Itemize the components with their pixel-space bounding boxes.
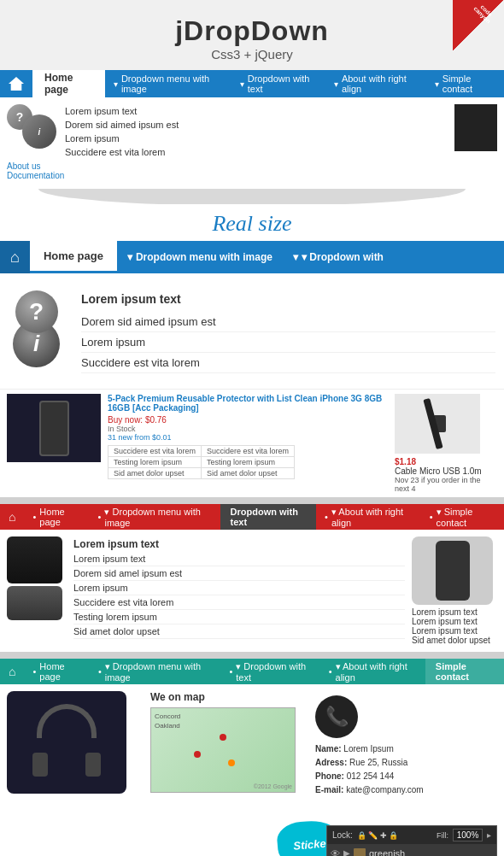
phone-thumb-red	[7, 536, 62, 583]
nav-item-text-large[interactable]: ▾ Dropdown with	[283, 241, 394, 273]
nav-label: Home page	[44, 72, 93, 96]
cable-product: $1.18 Cable Micro USB 1.0m Nov 23 if you…	[395, 394, 497, 493]
product-title: 5-Pack Premium Reusable Protector with L…	[108, 394, 388, 413]
real-size-text: Real size	[212, 211, 291, 236]
right-col-text: Lorem ipsum text Lorem ipsum text Lorem …	[412, 607, 497, 645]
dd-item-large: Lorem ipsum	[81, 332, 495, 353]
product-image-large	[7, 394, 101, 462]
teal-content-area: We on map Concord Oakland ©2012 Google 📞…	[0, 684, 504, 808]
address-label: Adress:	[315, 758, 347, 767]
nav-item-dropdown-teal[interactable]: ▾ Dropdown menu with image	[90, 659, 221, 684]
map-labels: Concord Oakland	[151, 708, 295, 734]
headphone-band	[37, 704, 97, 738]
bonus-section: BONUS! PSD FILES & STICKERS! Sticker Sti…	[0, 808, 504, 856]
nav-item-dropdown-small[interactable]: Dropdown menu with image	[105, 70, 231, 97]
nav-item-contact-teal[interactable]: Simple contact	[425, 659, 504, 684]
product-stock: In Stock	[108, 425, 388, 433]
right-dd-item: Lorem ipsum text	[412, 617, 497, 626]
email-label: E-mail:	[315, 785, 343, 794]
real-size-label: Real size	[0, 204, 504, 241]
nav-home-red[interactable]: ⌂	[0, 504, 24, 530]
fill-input[interactable]	[453, 829, 483, 841]
large-dropdown-area: ? i Lorem ipsum text Dorem sid aimed ips…	[0, 273, 504, 389]
red-dd-title: Lorem ipsum text	[73, 536, 405, 552]
nav-item-text-active-red[interactable]: Dropdown with text	[220, 504, 317, 530]
dd-item: Lorem ipsum	[65, 132, 448, 145]
ps-layer-row[interactable]: 👁 ▶ greenish	[327, 844, 496, 856]
sticker-label: Sticker	[293, 836, 331, 853]
about-link[interactable]: About us	[7, 161, 40, 171]
dd-item: Succidere est vita lorem	[65, 145, 448, 159]
red-dd-item: Succidere est vita lorem	[73, 595, 405, 610]
red-dd-item: Lorem ipsum	[73, 581, 405, 595]
small-preview-links: About us Documentation	[0, 159, 504, 185]
nav-home-small[interactable]	[0, 70, 32, 97]
red-dd-item: Dorem sid amel ipsum est	[73, 566, 405, 581]
phone-value: 012 254 144	[347, 771, 395, 781]
home-icon-large: ⌂	[10, 249, 20, 267]
table-cell: Succidere est vita lorem	[202, 446, 295, 457]
nav-item-about-small[interactable]: About with right align	[325, 70, 426, 97]
map-attribution: ©2012 Google	[254, 783, 292, 789]
contact-phone-row: Phone: 012 254 144	[315, 770, 493, 783]
contact-name-row: Name: Lorem Ipsum	[315, 742, 493, 756]
contact-info: Name: Lorem Ipsum Adress: Rue 25, Russia…	[315, 742, 493, 797]
right-dd-item: Sid amet dolor upset	[412, 636, 497, 645]
dd-item: Dorem sid aimed ipsum est	[65, 118, 448, 132]
fill-arrow: ▸	[487, 830, 491, 840]
nav-item-home-large[interactable]: Home page	[30, 241, 117, 273]
nav-label: ▾ About with right align	[331, 507, 413, 528]
map-section: We on map Concord Oakland ©2012 Google	[150, 691, 304, 801]
codecanyon-badge: code canyon	[453, 0, 504, 51]
small-preview-content: ? i Lorem ipsum text Dorem sid aimed ips…	[0, 97, 504, 159]
table-cell: Sid amet dolor upset	[108, 468, 202, 479]
stock-text: In Stock	[108, 425, 136, 433]
eye-icon[interactable]: 👁	[331, 848, 340, 857]
small-nav-bar: Home page Dropdown menu with image Dropd…	[0, 70, 504, 97]
info-icon-small: i	[22, 114, 56, 149]
nav-item-contact-small[interactable]: Simple contact	[426, 70, 504, 97]
nav-home-teal[interactable]: ⌂	[0, 659, 24, 684]
phone-thumb-red-2	[7, 586, 62, 620]
nav-label-active: Home page	[44, 249, 103, 262]
red-dropdown-text: Lorem ipsum text Lorem ipsum text Dorem …	[73, 536, 405, 645]
phone-icon: 📞	[315, 695, 358, 738]
nav-item-dropdown-red[interactable]: ▾ Dropdown menu with image	[90, 504, 220, 530]
nav-item-about-red[interactable]: ▾ About with right align	[316, 504, 421, 530]
app-title: jDropDown	[9, 15, 495, 47]
red-right-phone: Lorem ipsum text Lorem ipsum text Lorem …	[412, 536, 497, 645]
nav-item-text-teal[interactable]: ▾ Dropdown with text	[220, 659, 319, 684]
map-placeholder[interactable]: Concord Oakland ©2012 Google	[150, 707, 296, 793]
nav-label: ▾ Dropdown menu with image	[104, 507, 211, 528]
nav-item-text-small[interactable]: Dropdown with text	[231, 70, 325, 97]
ps-layers-list: 👁 ▶ greenish 👁 ▶ green 👁 ▶ red 👁 ▶	[327, 844, 496, 856]
dd-item-large: Succidere est vita lorem	[81, 353, 495, 373]
cable-eligible: Nov 23 if you order in the next 4	[395, 476, 497, 493]
name-value: Lorem Ipsum	[343, 744, 393, 753]
nav-label: ▾ About with right align	[336, 661, 417, 683]
small-preview-section: ? i Lorem ipsum text Dorem sid aimed ips…	[0, 97, 504, 204]
map-label: Oakland	[155, 722, 180, 730]
nav-label-active: Simple contact	[436, 661, 494, 682]
right-dd-item: Lorem ipsum text	[412, 626, 497, 636]
product-thumb-small	[454, 104, 497, 151]
expand-arrow[interactable]: ▶	[343, 848, 350, 856]
nav-item-home-small[interactable]: Home page	[32, 70, 105, 97]
nav-home-large[interactable]: ⌂	[0, 241, 30, 273]
teal-left-col	[7, 691, 144, 801]
docs-link[interactable]: Documentation	[7, 171, 64, 180]
table-cell: Testing lorem ipsum	[202, 457, 295, 468]
nav-item-about-teal[interactable]: ▾ About with right align	[320, 659, 425, 684]
table-cell: Succidere est vita lorem	[108, 446, 202, 457]
nav-item-home-red[interactable]: Home page	[24, 504, 89, 530]
red-dd-item: Lorem ipsum text	[73, 552, 405, 566]
headphone-product-img	[7, 691, 126, 794]
nav-item-home-teal[interactable]: Home page	[24, 659, 89, 684]
home-icon-teal: ⌂	[9, 665, 15, 678]
phone-silhouette	[39, 401, 69, 456]
nav-item-contact-red[interactable]: ▾ Simple contact	[421, 504, 504, 530]
cable-image	[395, 394, 480, 454]
product-grid-large: 5-Pack Premium Reusable Protector with L…	[0, 389, 504, 497]
nav-item-dropdown-large[interactable]: Dropdown menu with image	[117, 241, 283, 273]
map-label: Concord	[155, 712, 180, 720]
